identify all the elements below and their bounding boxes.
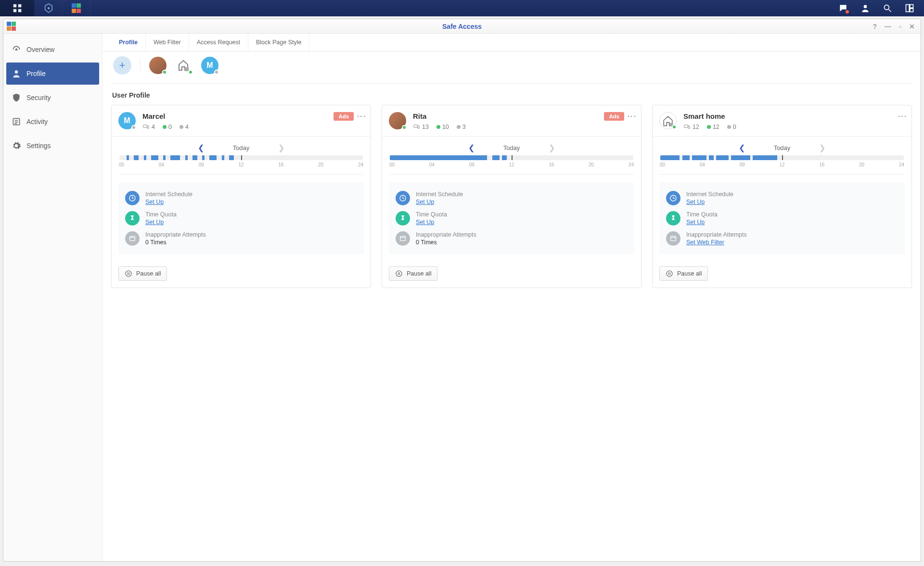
- svg-rect-7: [906, 5, 910, 12]
- profile-avatar: M: [118, 112, 136, 129]
- feature-label: Internet Schedule: [686, 191, 733, 198]
- timeline-next-button[interactable]: ❯: [549, 143, 555, 152]
- feature-label: Internet Schedule: [416, 191, 463, 198]
- clock-icon: [125, 191, 140, 205]
- timeline-prev-button[interactable]: ❮: [468, 143, 475, 152]
- time-quota-setup-link[interactable]: Set Up: [686, 219, 718, 226]
- status-dot-icon: [214, 70, 219, 75]
- search-button[interactable]: [881, 1, 894, 15]
- internet-schedule-setup-link[interactable]: Set Up: [686, 199, 733, 205]
- strip-profile-smart-home[interactable]: [175, 57, 192, 74]
- tab-access-request[interactable]: Access Request: [189, 34, 248, 51]
- internet-schedule-setup-link[interactable]: Set Up: [416, 199, 463, 205]
- stat-other: 4: [180, 124, 189, 130]
- feature-label: Time Quota: [145, 211, 177, 218]
- profile-cards: M Marcel 4 0 4: [111, 105, 912, 288]
- svg-rect-21: [400, 236, 406, 240]
- list-icon: [11, 116, 22, 127]
- gear-icon: [11, 140, 22, 151]
- card-menu-button[interactable]: ⋮: [899, 112, 905, 122]
- add-profile-button[interactable]: +: [113, 56, 131, 75]
- browser-icon: [125, 231, 140, 246]
- sidebar-item-label: Settings: [26, 142, 51, 150]
- sidebar-item-profile[interactable]: Profile: [6, 63, 99, 85]
- timeline-ticks: 00040812162024: [119, 162, 363, 167]
- timeline-prev-button[interactable]: ❮: [739, 143, 745, 152]
- stat-other: 3: [457, 124, 466, 130]
- timeline-date-label: Today: [503, 144, 520, 151]
- time-quota-setup-link[interactable]: Set Up: [416, 219, 447, 226]
- os-taskbar: [0, 0, 924, 16]
- window-maximize-button[interactable]: ▫: [899, 23, 901, 30]
- main-menu-button[interactable]: [0, 0, 35, 16]
- card-menu-button[interactable]: ⋮: [359, 112, 364, 122]
- inappropriate-attempts-value: 0 Times: [145, 239, 206, 246]
- pause-icon: [395, 270, 403, 277]
- devices-icon: [683, 123, 691, 130]
- window-titlebar[interactable]: Safe Access ? — ▫ ✕: [3, 19, 921, 34]
- sidebar-item-label: Security: [26, 94, 51, 101]
- profile-name: Smart home: [683, 112, 895, 120]
- panels-icon: [905, 3, 914, 13]
- user-menu-button[interactable]: [859, 1, 872, 15]
- svg-rect-2: [13, 9, 16, 12]
- stat-online: 12: [707, 124, 719, 130]
- pause-all-button[interactable]: Pause all: [389, 266, 437, 281]
- profile-card-smart-home: Smart home 12 12 0 ⋮: [652, 105, 912, 288]
- hourglass-icon: [125, 211, 140, 226]
- tab-profile[interactable]: Profile: [111, 34, 146, 51]
- timeline-date-label: Today: [233, 144, 250, 151]
- timeline-next-button[interactable]: ❯: [278, 143, 284, 152]
- time-quota-setup-link[interactable]: Set Up: [145, 219, 177, 226]
- timeline: ❮ Today ❯ 00040812162024: [118, 143, 364, 175]
- profile-name: Rita: [413, 112, 604, 120]
- timeline-prev-button[interactable]: ❮: [198, 143, 204, 152]
- svg-rect-1: [18, 4, 21, 7]
- svg-rect-0: [13, 4, 16, 7]
- window-help-button[interactable]: ?: [873, 23, 877, 30]
- widgets-button[interactable]: [903, 1, 916, 15]
- taskbar-app-safe-access[interactable]: [63, 0, 90, 16]
- sidebar-item-label: Profile: [26, 70, 46, 77]
- person-icon: [860, 3, 870, 13]
- ads-badge: Ads: [604, 112, 624, 121]
- feature-label: Inappropriate Attempts: [686, 231, 747, 238]
- notifications-button[interactable]: [836, 1, 850, 15]
- timeline-track: [119, 155, 363, 160]
- svg-rect-18: [414, 125, 418, 128]
- timeline-date-label: Today: [774, 144, 791, 151]
- taskbar-app-1[interactable]: [35, 0, 63, 16]
- section-title: User Profile: [112, 91, 912, 99]
- svg-point-4: [47, 7, 49, 9]
- search-icon: [883, 3, 892, 13]
- profile-name: Marcel: [142, 112, 334, 120]
- card-menu-button[interactable]: ⋮: [629, 112, 634, 122]
- sidebar-item-activity[interactable]: Activity: [6, 111, 99, 133]
- svg-rect-24: [684, 125, 688, 128]
- tab-block-page-style[interactable]: Block Page Style: [248, 34, 310, 51]
- timeline-track: [390, 155, 633, 160]
- tab-web-filter[interactable]: Web Filter: [146, 34, 189, 51]
- strip-profile-marcel[interactable]: M: [201, 57, 218, 74]
- pause-all-button[interactable]: Pause all: [118, 266, 167, 281]
- stat-devices: 12: [683, 123, 699, 130]
- window-minimize-button[interactable]: —: [885, 23, 891, 30]
- feature-label: Inappropriate Attempts: [416, 231, 476, 238]
- gauge-icon: [11, 44, 22, 55]
- sidebar-item-overview[interactable]: Overview: [6, 38, 99, 61]
- stat-devices: 4: [142, 123, 155, 130]
- set-web-filter-link[interactable]: Set Web Filter: [686, 239, 747, 246]
- internet-schedule-setup-link[interactable]: Set Up: [145, 199, 192, 205]
- chat-bubble-icon: [838, 3, 848, 13]
- svg-point-10: [15, 70, 18, 74]
- svg-rect-25: [688, 126, 690, 129]
- window-close-button[interactable]: ✕: [909, 23, 915, 30]
- pause-all-button[interactable]: Pause all: [659, 266, 708, 281]
- stat-online: 10: [436, 124, 449, 130]
- sidebar-item-security[interactable]: Security: [6, 87, 99, 109]
- safe-access-icon: [72, 3, 81, 13]
- strip-profile-rita[interactable]: [149, 57, 167, 74]
- timeline-next-button[interactable]: ❯: [819, 143, 825, 152]
- sidebar-item-settings[interactable]: Settings: [6, 135, 99, 157]
- feature-label: Internet Schedule: [145, 191, 192, 198]
